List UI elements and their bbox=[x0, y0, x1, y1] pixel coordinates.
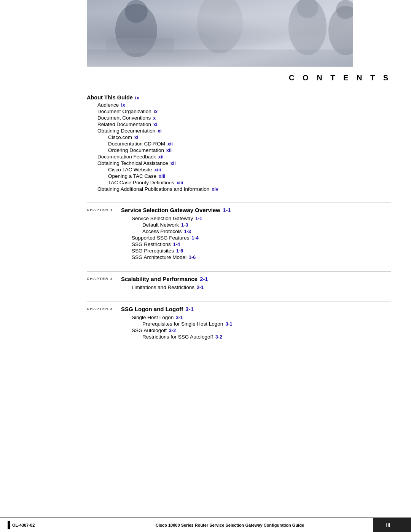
toc-entry-audience: Audience ix bbox=[87, 102, 391, 108]
header-image bbox=[87, 0, 353, 67]
svg-point-2 bbox=[125, 0, 148, 23]
chapter-1-content: Service Selection Gateway Overview 1-1 S… bbox=[121, 207, 391, 261]
svg-point-1 bbox=[115, 4, 157, 57]
chapter-2-label: CHAPTER 2 bbox=[87, 276, 121, 281]
ch3-entry-prereqs-single: Prerequisites for Single Host Logon 3-1 bbox=[121, 321, 391, 327]
ch1-entry-access-proto: Access Protocols 1-3 bbox=[121, 228, 391, 234]
ch1-entry-ssg: Service Selection Gateway 1-1 bbox=[121, 216, 391, 221]
chapter-2-content: Scalability and Performance 2-1 Limitati… bbox=[121, 276, 391, 291]
toc-entry-doc-org: Document Organization ix bbox=[87, 109, 391, 114]
toc-entry-doc-conv: Document Conventions x bbox=[87, 115, 391, 121]
toc-about-guide-section: About This Guide ix Audience ix Document… bbox=[87, 94, 391, 192]
ch1-entry-ssg-arch: SSG Architecture Model 1-6 bbox=[121, 254, 391, 260]
footer-bar-icon bbox=[8, 521, 10, 529]
toc-entry-additional-pub: Obtaining Additional Publications and In… bbox=[87, 186, 391, 192]
chapter-1-title: Service Selection Gateway Overview 1-1 bbox=[121, 207, 391, 213]
toc-entry-ordering-doc: Ordering Documentation xii bbox=[87, 147, 391, 153]
svg-point-6 bbox=[297, 0, 318, 18]
toc-entry-tac-priority: TAC Case Priority Definitions xiii bbox=[87, 180, 391, 185]
svg-rect-9 bbox=[87, 50, 353, 67]
toc-entry-doc-cdrom: Documentation CD-ROM xii bbox=[87, 141, 391, 147]
ch3-entry-single-host: Single Host Logon 3-1 bbox=[121, 315, 391, 320]
svg-point-3 bbox=[197, 0, 243, 53]
toc-entry-ciscocom: Cisco.com xi bbox=[87, 134, 391, 140]
ch1-entry-ssg-prereqs: SSG Prerequisites 1-6 bbox=[121, 248, 391, 254]
chapter-1-label: CHAPTER 1 bbox=[87, 207, 121, 212]
toc-about-guide-title: About This Guide ix bbox=[87, 94, 391, 101]
contents-heading: C O N T E N T S bbox=[0, 67, 411, 85]
toc-entry-tac-website: Cisco TAC Website xiii bbox=[87, 167, 391, 173]
chapter-3-row: CHAPTER 3 SSG Logon and Logoff 3-1 Singl… bbox=[87, 302, 391, 340]
toc-main: About This Guide ix Audience ix Document… bbox=[0, 85, 411, 340]
ch1-entry-ssg-restrictions: SSG Restrictions 1-4 bbox=[121, 241, 391, 247]
svg-rect-0 bbox=[87, 0, 353, 67]
ch2-entry-limitations: Limitations and Restrictions 2-1 bbox=[121, 284, 391, 290]
svg-point-4 bbox=[207, 0, 233, 17]
ch1-entry-ssg-features: Supported SSG Features 1-4 bbox=[121, 235, 391, 241]
toc-entry-doc-feedback: Documentation Feedback xii bbox=[87, 154, 391, 160]
svg-point-7 bbox=[328, 6, 353, 55]
svg-rect-10 bbox=[106, 38, 174, 53]
svg-point-8 bbox=[336, 0, 353, 19]
toc-entry-obtain-tech: Obtaining Technical Assistance xii bbox=[87, 160, 391, 166]
toc-entry-related-doc: Related Documentation xi bbox=[87, 121, 391, 127]
svg-point-5 bbox=[288, 0, 327, 55]
footer-doc-number: OL-4387-02 bbox=[0, 521, 87, 529]
toc-entry-opening-tac: Opening a TAC Case xiii bbox=[87, 173, 391, 179]
ch3-entry-autologoff: SSG Autologoff 3-2 bbox=[121, 328, 391, 333]
toc-entry-obtain-doc: Obtaining Documentation xi bbox=[87, 128, 391, 134]
page-footer: OL-4387-02 Cisco 10000 Series Router Ser… bbox=[0, 518, 411, 532]
chapter-3-content: SSG Logon and Logoff 3-1 Single Host Log… bbox=[121, 306, 391, 340]
chapter-2-row: CHAPTER 2 Scalability and Performance 2-… bbox=[87, 272, 391, 291]
ch3-entry-autologoff-restrict: Restrictions for SSG Autologoff 3-2 bbox=[121, 334, 391, 340]
ch1-entry-default-net: Default Network 1-3 bbox=[121, 222, 391, 228]
chapter-3-label: CHAPTER 3 bbox=[87, 306, 121, 311]
footer-book-title: Cisco 10000 Series Router Service Select… bbox=[87, 523, 373, 527]
footer-page-number: iii bbox=[373, 518, 411, 532]
chapter-2-title: Scalability and Performance 2-1 bbox=[121, 276, 391, 282]
chapter-3-title: SSG Logon and Logoff 3-1 bbox=[121, 306, 391, 312]
chapter-1-row: CHAPTER 1 Service Selection Gateway Over… bbox=[87, 203, 391, 261]
